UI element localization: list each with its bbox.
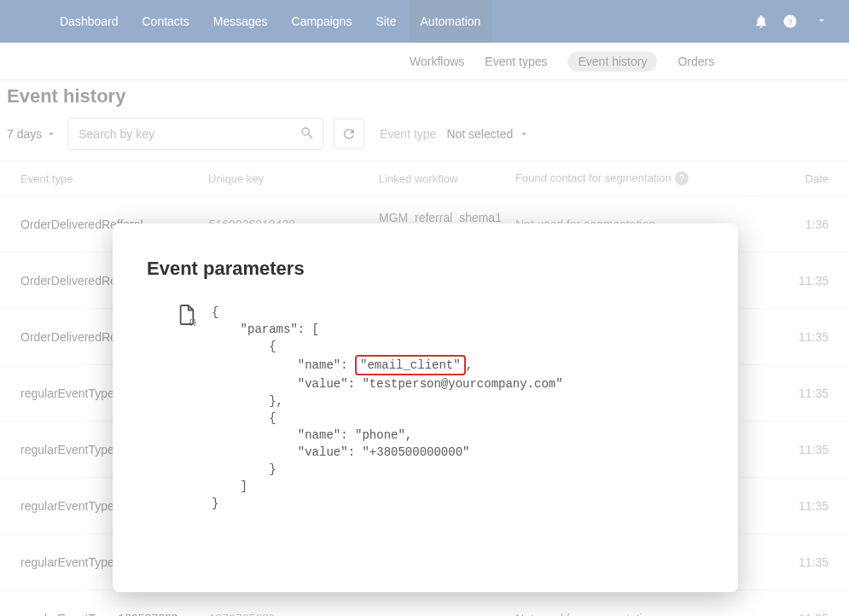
event-parameters-modal: Event parameters {} { "params": [ { "nam…: [113, 224, 738, 592]
json-code: { "params": [ { "name": "email_client", …: [212, 304, 563, 512]
modal-title: Event parameters: [147, 258, 704, 280]
close-label: esc: [775, 197, 794, 211]
highlighted-value: "email_client": [355, 355, 466, 375]
code-block: {} { "params": [ { "name": "email_client…: [177, 304, 704, 512]
close-icon: [747, 193, 770, 215]
file-json-icon: {}: [177, 304, 196, 512]
svg-text:{}: {}: [189, 318, 196, 326]
modal-close-button[interactable]: esc: [747, 193, 794, 215]
